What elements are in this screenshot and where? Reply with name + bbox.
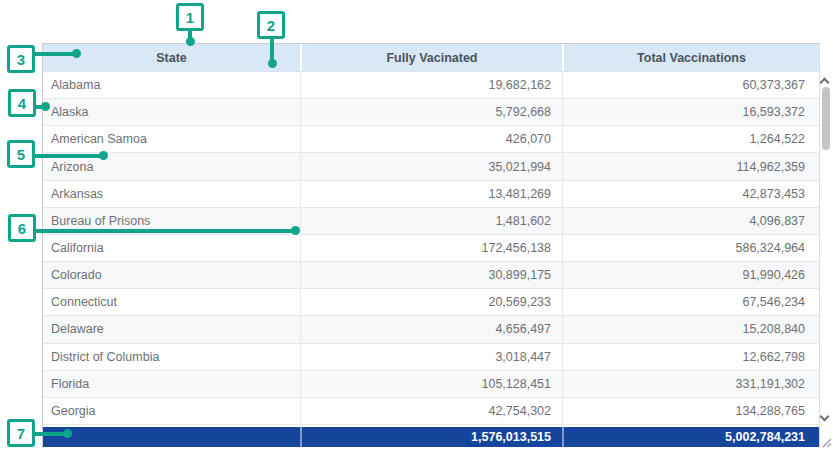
callout-3-marker: 3 — [7, 45, 35, 73]
callout-5-line — [33, 154, 104, 158]
fully-vacinated-cell: 42,754,302 — [300, 398, 562, 424]
state-cell: Florida — [43, 371, 300, 397]
callout-7-marker: 7 — [7, 419, 35, 447]
column-header-state: State — [43, 44, 300, 71]
table-row: Delaware4,656,49715,208,840 — [43, 316, 819, 343]
state-cell: Alaska — [43, 99, 300, 125]
table-total-row: 1,576,013,515 5,002,784,231 — [43, 427, 819, 447]
table-row: District of Columbia3,018,44712,662,798 — [43, 344, 819, 371]
total-vaccinations-cell: 42,873,453 — [562, 181, 819, 207]
table-row: American Samoa426,0701,264,522 — [43, 126, 819, 153]
fully-vacinated-cell: 4,656,497 — [300, 316, 562, 342]
table-row: Alabama19,682,16260,373,367 — [43, 72, 819, 99]
fully-vacinated-cell: 19,682,162 — [300, 72, 562, 98]
chevron-up-icon[interactable] — [820, 78, 830, 88]
state-cell: American Samoa — [43, 126, 300, 152]
total-vaccinations-cell: 331,191,302 — [562, 371, 819, 397]
callout-6-dot — [291, 226, 300, 235]
state-cell: Georgia — [43, 398, 300, 424]
callout-5-dot — [99, 151, 108, 160]
table-header-row: State Fully Vacinated Total Vaccinations — [43, 44, 819, 72]
total-vaccinations-cell: 67,546,234 — [562, 289, 819, 315]
callout-4-dot — [41, 102, 50, 111]
table-row: Connecticut20,569,23367,546,234 — [43, 289, 819, 316]
callout-2-marker: 2 — [257, 11, 285, 39]
callout-1-marker: 1 — [176, 3, 204, 31]
total-vaccinations-cell: 12,662,798 — [562, 344, 819, 370]
state-cell: District of Columbia — [43, 344, 300, 370]
fully-vacinated-cell: 13,481,269 — [300, 181, 562, 207]
fully-vacinated-cell: 30,899,175 — [300, 262, 562, 288]
total-vaccinations-cell: 4,096,837 — [562, 208, 819, 234]
state-cell: Connecticut — [43, 289, 300, 315]
callout-6-line — [34, 229, 296, 233]
fully-vacinated-cell: 426,070 — [300, 126, 562, 152]
total-vaccinations-cell: 586,324,964 — [562, 235, 819, 261]
callout-3-line — [33, 52, 77, 56]
table-row: Arkansas13,481,26942,873,453 — [43, 181, 819, 208]
state-cell: Alabama — [43, 72, 300, 98]
table-row: Florida105,128,451331,191,302 — [43, 371, 819, 398]
table-row: Arizona35,021,994114,962,359 — [43, 153, 819, 180]
table-row: California172,456,138586,324,964 — [43, 235, 819, 262]
table-row: Georgia42,754,302134,288,765 — [43, 398, 819, 425]
table-body: Alabama19,682,16260,373,367Alaska5,792,6… — [43, 72, 819, 425]
total-vaccinations-cell: 134,288,765 — [562, 398, 819, 424]
fully-vacinated-cell: 20,569,233 — [300, 289, 562, 315]
fully-vacinated-cell: 172,456,138 — [300, 235, 562, 261]
total-vaccinations-value: 5,002,784,231 — [562, 427, 819, 447]
table-row: Alaska5,792,66816,593,372 — [43, 99, 819, 126]
callout-7-dot — [63, 429, 72, 438]
fully-vacinated-cell: 1,481,602 — [300, 208, 562, 234]
total-row-state-cell — [43, 427, 300, 447]
callout-1-dot — [186, 37, 195, 46]
state-cell: Colorado — [43, 262, 300, 288]
total-vaccinations-cell: 15,208,840 — [562, 316, 819, 342]
state-cell: California — [43, 235, 300, 261]
scrollbar-thumb[interactable] — [822, 87, 830, 150]
fully-vacinated-cell: 5,792,668 — [300, 99, 562, 125]
vaccinations-table: State Fully Vacinated Total Vaccinations… — [42, 43, 820, 448]
column-header-fully-vacinated: Fully Vacinated — [300, 44, 562, 71]
fully-vacinated-cell: 35,021,994 — [300, 153, 562, 179]
state-cell: Delaware — [43, 316, 300, 342]
callout-3-dot — [72, 49, 81, 58]
callout-4-marker: 4 — [8, 89, 36, 117]
total-vaccinations-cell: 114,962,359 — [562, 153, 819, 179]
total-vaccinations-cell: 16,593,372 — [562, 99, 819, 125]
resize-grip-icon[interactable] — [822, 434, 832, 452]
fully-vacinated-cell: 3,018,447 — [300, 344, 562, 370]
column-header-total-vaccinations: Total Vaccinations — [562, 44, 819, 71]
chevron-down-icon[interactable] — [820, 412, 830, 422]
state-cell: Arkansas — [43, 181, 300, 207]
total-fully-vacinated-value: 1,576,013,515 — [300, 427, 562, 447]
dashboard-table-panel: State Fully Vacinated Total Vaccinations… — [0, 0, 833, 453]
total-vaccinations-cell: 1,264,522 — [562, 126, 819, 152]
callout-6-marker: 6 — [8, 214, 36, 242]
total-vaccinations-cell: 60,373,367 — [562, 72, 819, 98]
callout-5-marker: 5 — [7, 140, 35, 168]
fully-vacinated-cell: 105,128,451 — [300, 371, 562, 397]
total-vaccinations-cell: 91,990,426 — [562, 262, 819, 288]
table-row: Colorado30,899,17591,990,426 — [43, 262, 819, 289]
callout-2-dot — [268, 59, 277, 68]
